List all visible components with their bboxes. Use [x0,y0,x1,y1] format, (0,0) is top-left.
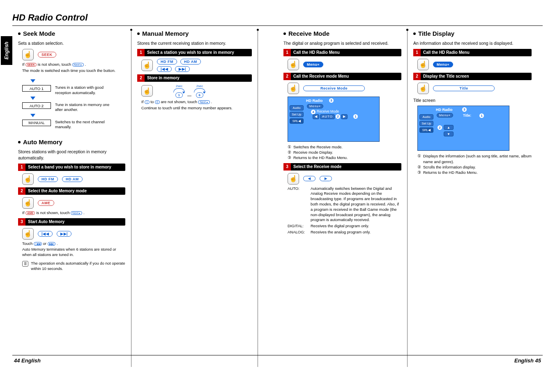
auto-memory-heading: Auto Memory [23,138,62,145]
preset-1-button[interactable]: 1 [175,92,183,98]
touch-icon: ☝ [417,83,429,94]
next-mini[interactable]: Next ▸ [72,63,84,67]
one-mini: 1 [145,100,150,104]
tab-srl[interactable]: SRL◀ [290,118,304,124]
manual-desc: Switches to the next channel manually. [55,120,117,130]
prev-mini: |◀◀ [34,242,42,246]
touch-icon: ☝ [22,49,34,60]
rx-ann1: ①Switches the Receive mode. [288,144,401,150]
screen-title: HD Radio [436,108,453,112]
left-button[interactable]: ◀ [313,114,319,119]
touch-icon: ☝ [141,60,153,71]
screen-menu-chip[interactable]: Menu« [307,104,323,108]
tab-srl[interactable]: SRL◀ [419,127,433,133]
mm-step2: 2Store in memory [137,74,252,82]
down-button[interactable]: ▼ [444,131,454,136]
prev-track-button[interactable]: |◀◀ [38,231,53,237]
title-display-heading: Title Display [418,30,454,37]
screen-title: HD Radio [306,99,323,103]
tab-audio[interactable]: Audio [419,114,433,120]
down-arrow-icon [30,114,35,117]
up-button[interactable]: ▲ [444,125,454,130]
title-button[interactable]: Title [433,85,495,91]
rx-intro: The digital or analog program is selecte… [283,40,401,46]
receive-mode-button[interactable]: Receive Mode [303,85,365,91]
td-ann1: ①Displays the information (such as song … [417,153,532,164]
receive-heading: Receive Mode [288,30,329,37]
td-ann2: ②Scrolls the information display. [417,164,532,170]
touch-icon: ☝ [417,59,429,70]
seek-note1: If SEEK is not shown, touch Next ▸ . [22,62,125,67]
title-screen: HD Radio 3 Audio Set Up SRL◀ Menu« Title… [417,106,509,151]
hold-label: 2sec [176,84,182,88]
touch-icon: ☝ [288,59,299,70]
def-digital: DIGITAL: Receives the digital program on… [288,224,401,229]
td-step1: 1Call the HD Radio Menu [413,49,532,56]
rx-step3: 3Select the Receive mode [283,163,401,171]
seek-button[interactable]: SEEK [38,52,56,58]
ame-note: If AME is not shown, touch Next ▸ . [22,210,125,216]
mode-manual: MANUAL [22,120,51,126]
tab-setup[interactable]: Set Up [290,112,304,117]
am-touch-note: Auto Memory terminates when 6 stations a… [22,247,125,258]
page-title: HD Radio Control [12,12,543,23]
mm-intro: Stores the current receiving station in … [137,40,252,46]
left-button[interactable]: ◀ [303,176,315,181]
am-step1: 1Select a band you wish to store in memo… [18,164,125,171]
seek-note2: The mode is switched each time you touch… [22,68,125,74]
next-track-button[interactable]: ▶▶| [57,231,71,237]
tab-setup[interactable]: Set Up [419,121,433,126]
circle-1-icon: 1 [353,114,358,119]
bottom-rule [12,355,543,355]
screen-rm-label: Receive Mode [317,109,339,113]
right-button[interactable]: ▶ [320,176,332,181]
rx-step1: 1Call the HD Radio Menu [283,49,401,56]
ame-mini: AME [25,211,35,215]
page-number-right: English 45 [514,357,541,364]
next-mini[interactable]: Next ▸ [198,100,210,104]
td-intro: An information about the received song i… [413,40,532,46]
next-mini[interactable]: Next ▸ [71,211,82,215]
right-button[interactable]: ▶ [341,114,348,119]
preset-6-button[interactable]: 6 [196,92,204,98]
tab-audio[interactable]: Audio [290,105,304,111]
am-step2: 2Select the Auto Memory mode [18,187,125,195]
auto-memory-intro: Stores stations with good reception in m… [18,149,125,161]
td-ann3: ③Returns to the HD Radio Menu. [417,170,532,175]
next-track-button[interactable]: ▶▶| [175,66,190,72]
hd-fm-button[interactable]: HD FM [157,59,177,65]
am-touch-line: Touch |◀◀ or ▶▶| . [22,241,125,247]
six-mini: 6 [155,100,160,104]
hd-am-button[interactable]: HD AM [180,59,201,65]
touch-icon: ☝ [22,173,34,185]
seek-intro: Sets a station selection. [18,40,125,46]
rx-ann2: ②Receive mode Display. [288,150,401,155]
mm-continue: Continue to touch until the memory numbe… [141,106,252,111]
down-arrow-icon [30,97,35,100]
screen-menu-chip[interactable]: Menu« [437,113,453,118]
circle-3-icon: 3 [329,98,334,103]
timeout-note: The operation ends automatically if you … [31,261,125,272]
mode-auto1: AUTO 1 [22,85,51,92]
am-step3: 3Start Auto Memory [18,218,125,226]
seek-heading: Seek Mode [23,30,55,37]
screen-title-label: Title: [463,113,471,118]
ame-button[interactable]: AME [38,200,54,206]
touch-icon: ☝ [288,173,299,184]
hd-fm-button[interactable]: HD FM [38,176,58,182]
rx-step2: 2Call the Receive mode Menu [283,73,401,80]
circle-1-icon: 1 [479,113,484,118]
circle-2-icon: 2 [438,125,442,130]
page-number-left: 44 English [14,357,41,364]
menu-button[interactable]: Menu« [303,62,323,67]
touch-icon: ☝ [141,85,153,97]
seek-mini: SEEK [25,63,37,67]
mm-step1: 1Select a station you wish to store in m… [137,49,252,56]
circle-2-icon: 2 [336,114,340,119]
prev-track-button[interactable]: |◀◀ [157,66,172,72]
auto2-desc: Tune in stations in memory one after ano… [55,102,117,113]
def-auto: AUTO: Automatically switches between the… [288,186,401,223]
menu-button[interactable]: Menu« [433,62,453,67]
next-mini2: ▶▶| [48,242,56,246]
hd-am-button[interactable]: HD AM [62,176,83,182]
